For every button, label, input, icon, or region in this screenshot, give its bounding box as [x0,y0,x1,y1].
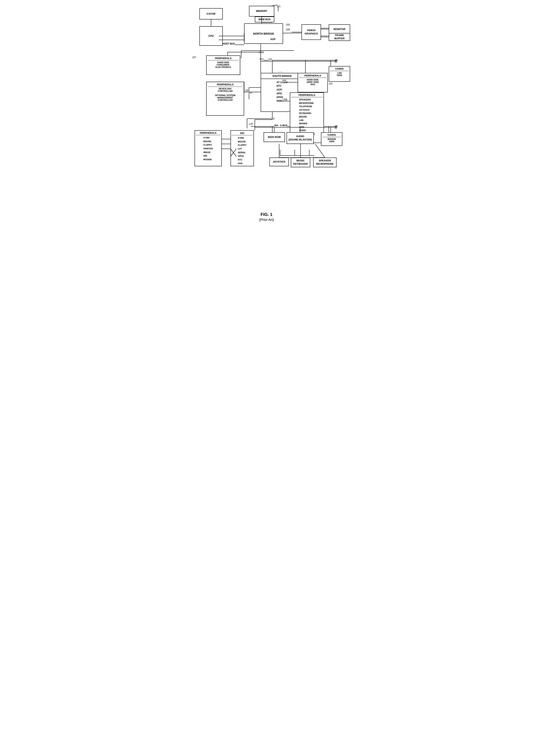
sio-box: SIO KYBDMOUSEFLOPPYLPTSERIALGPI/ORTCIrDA [231,130,254,166]
peripherals-1394-box: PERIPHERALS HARD DISK CONSUMER- ELECTRON… [206,55,240,75]
north-bridge-box: NORTH BRIDGE [244,23,283,44]
music-keyboard-box: MUSICKEYBOARD [291,157,310,167]
ide-label: IDE [282,79,286,82]
label-111: 111 [277,5,281,8]
pci-peripherals-box: PERIPHERALS HARD DISK 100M+ DISK DVD [297,73,328,93]
usb-label: USB [282,98,287,101]
label-117: 117 [278,71,282,74]
joystick-box: JOYSTICK [269,157,289,166]
label-119: 119 [270,117,274,120]
pci-label: PCI [260,58,264,61]
peripherals-sio-box: PERIPHERALS KYBDMOUSEFLOPPYPRINTERIMAGEH… [195,130,222,166]
cpu-box: CPU [199,26,223,46]
host-bus-label: HOST BUS [223,42,235,45]
figure-caption: FIG. 1 (Prior Art) [189,212,344,222]
agp-label: AGP [270,38,275,40]
label-105: 105 [245,89,249,92]
video-graphics-box: VIDEO/GRAPHICS [301,24,321,40]
svg-line-78 [315,144,325,157]
label-109: 109 [286,28,290,31]
speaker-microphone-box: SPEAKERMICROPHONE [313,157,337,167]
memory-box: MEMORY [249,6,274,16]
cards-lan-box: CARDS LAN ISDN [329,66,350,82]
cache-box: CACHE [199,8,223,19]
label-107: 107 [192,56,196,59]
isa-x-bus-label: ISA - X BUS [274,124,287,127]
label-121: 121 [329,82,333,85]
i2c-label: I2C [249,92,253,94]
label-1394: 1394 [259,51,264,54]
bios-rom-box: BIOS ROM [264,132,285,142]
label-101: 101 [268,58,272,61]
frame-buffer-box: FRAME BUFFER [329,33,350,41]
monitor-box: MONITOR [329,24,350,34]
audio-box: AUDIO(SOUND BLASTER) [287,132,314,144]
label-103: 103 [286,23,290,26]
mem-bus-box: MEM BUS [255,16,274,22]
cards-modem-box: CARDS MODEM ISDN [321,132,342,146]
peripherals-i2c-box: PERIPHERALS DEVICE BAY CONTROLLER OPTION… [206,82,244,116]
label-115: 115 [249,122,253,125]
